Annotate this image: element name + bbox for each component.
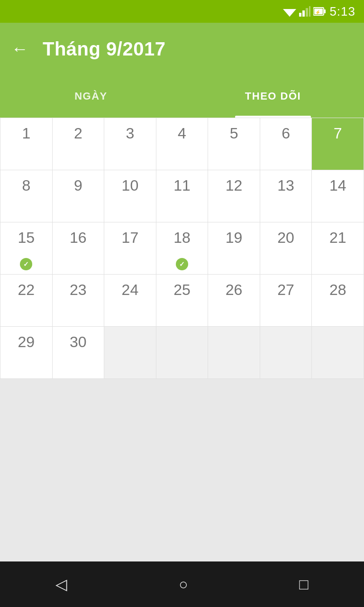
calendar-day[interactable]: 19 [208, 222, 260, 275]
svg-rect-7 [324, 9, 326, 13]
tab-theo-doi[interactable]: THEO DÕI [182, 75, 364, 118]
app-header: ← Tháng 9/2017 [0, 23, 364, 75]
calendar-day[interactable]: 25 [156, 275, 208, 327]
calendar-day[interactable]: 1 [0, 118, 53, 170]
calendar-day[interactable]: 11 [156, 170, 208, 222]
nav-recent-button[interactable]: □ [299, 576, 308, 593]
back-button[interactable]: ← [11, 40, 28, 57]
calendar-day [156, 327, 208, 379]
calendar-day[interactable]: 23 [52, 275, 104, 327]
calendar-day[interactable]: 8 [0, 170, 53, 222]
status-time: 5:13 [329, 4, 355, 19]
calendar-day[interactable]: 24 [104, 275, 156, 327]
calendar-day[interactable]: 12 [208, 170, 260, 222]
calendar-day [312, 327, 364, 379]
calendar-day[interactable]: 9 [52, 170, 104, 222]
wifi-icon [283, 6, 296, 17]
calendar-day [208, 327, 260, 379]
calendar-day[interactable]: 29 [0, 327, 53, 379]
calendar-day [260, 327, 312, 379]
svg-rect-5 [309, 6, 310, 17]
calendar-day[interactable]: 7 [312, 118, 364, 170]
header-title: Tháng 9/2017 [43, 38, 165, 60]
tab-theo-doi-label: THEO DÕI [245, 90, 301, 102]
signal-icon [299, 6, 310, 17]
calendar-day[interactable]: 21 [312, 222, 364, 275]
nav-back-button[interactable]: ◁ [55, 575, 67, 593]
calendar-day[interactable]: 28 [312, 275, 364, 327]
calendar-day[interactable]: 16 [52, 222, 104, 275]
check-mark-icon [176, 258, 188, 270]
svg-rect-4 [306, 8, 308, 17]
svg-marker-1 [285, 11, 294, 17]
calendar-day[interactable]: 27 [260, 275, 312, 327]
calendar: 1234567891011121314151617181920212223242… [0, 118, 364, 379]
calendar-day[interactable]: 22 [0, 275, 53, 327]
calendar-day[interactable]: 15 [0, 222, 53, 275]
calendar-day [104, 327, 156, 379]
calendar-day[interactable]: 2 [52, 118, 104, 170]
calendar-day[interactable]: 30 [52, 327, 104, 379]
calendar-day[interactable]: 17 [104, 222, 156, 275]
tab-bar: NGÀY THEO DÕI [0, 75, 364, 118]
tab-ngay-label: NGÀY [74, 90, 108, 102]
calendar-day[interactable]: 5 [208, 118, 260, 170]
nav-home-button[interactable]: ○ [179, 576, 188, 593]
calendar-day[interactable]: 10 [104, 170, 156, 222]
calendar-day[interactable]: 18 [156, 222, 208, 275]
calendar-day[interactable]: 13 [260, 170, 312, 222]
status-bar: ⚡ 5:13 [0, 0, 364, 23]
svg-text:⚡: ⚡ [315, 9, 321, 15]
calendar-day[interactable]: 26 [208, 275, 260, 327]
status-icons: ⚡ [283, 6, 326, 17]
svg-rect-2 [299, 13, 301, 17]
calendar-day[interactable]: 3 [104, 118, 156, 170]
bottom-area [0, 379, 364, 564]
tab-ngay[interactable]: NGÀY [0, 75, 182, 118]
battery-icon: ⚡ [313, 6, 326, 17]
nav-bar: ◁ ○ □ [0, 561, 364, 607]
calendar-grid: 1234567891011121314151617181920212223242… [0, 118, 364, 379]
calendar-day[interactable]: 14 [312, 170, 364, 222]
calendar-day[interactable]: 20 [260, 222, 312, 275]
calendar-day[interactable]: 6 [260, 118, 312, 170]
check-mark-icon [20, 258, 32, 270]
calendar-day[interactable]: 4 [156, 118, 208, 170]
svg-rect-3 [302, 10, 305, 17]
